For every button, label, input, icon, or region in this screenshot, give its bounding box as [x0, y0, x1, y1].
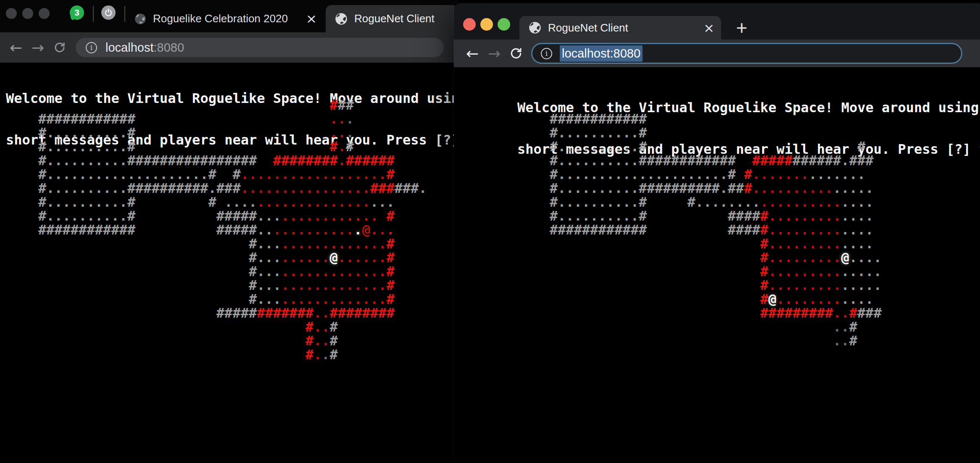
reload-button[interactable]: [505, 42, 527, 64]
forward-button[interactable]: →: [483, 42, 505, 64]
back-button[interactable]: ←: [461, 42, 483, 64]
address-bar[interactable]: i localhost:8080: [76, 38, 444, 57]
tab-separator: [124, 6, 125, 22]
site-info-icon[interactable]: i: [541, 48, 552, 59]
url-host: localhost: [105, 41, 153, 54]
minimize-window-icon[interactable]: [22, 8, 33, 19]
url-port: :8080: [153, 41, 184, 54]
right-page-content: Welcome to the Virtual Roguelike Space! …: [454, 67, 980, 463]
url-selected-text: localhost:8080: [560, 45, 643, 62]
tab-separator: [93, 6, 94, 22]
minimize-window-icon[interactable]: [480, 18, 493, 31]
left-browser-window: 3 Roguelike Celebration 2020 ×: [0, 0, 458, 463]
close-window-icon[interactable]: [6, 8, 17, 19]
left-tab-strip: 3 Roguelike Celebration 2020 ×: [0, 0, 458, 32]
ascii-dungeon-map-left: ############### ...#..........# ...#....…: [38, 98, 427, 362]
right-toolbar: ← → i localhost:8080: [454, 39, 980, 67]
right-traffic-lights: [463, 18, 510, 31]
left-traffic-lights: [6, 8, 50, 19]
reload-icon: [53, 41, 66, 54]
ascii-dungeon-map-right: #############..........##..........# ##.…: [550, 112, 882, 348]
tab-roguenet-client-left[interactable]: RogueNet Client: [326, 5, 458, 32]
pinned-tab-messages[interactable]: 3: [70, 5, 84, 20]
close-tab-icon[interactable]: ×: [703, 21, 721, 34]
tab-title: RogueNet Client: [548, 21, 628, 34]
zoom-window-icon[interactable]: [39, 8, 50, 19]
tab-title: RogueNet Client: [354, 12, 435, 25]
right-browser-window: RogueNet Client × + ← → i localhost:8080…: [454, 3, 980, 463]
badge-count: 3: [74, 8, 79, 18]
globe-icon: [335, 13, 348, 25]
url-text: localhost:8080: [105, 41, 184, 55]
globe-icon: [134, 13, 146, 25]
power-icon: [104, 8, 113, 17]
address-bar-focused[interactable]: i localhost:8080: [531, 43, 962, 64]
zoom-window-icon[interactable]: [498, 18, 510, 31]
back-button[interactable]: ←: [5, 37, 27, 58]
left-toolbar: ← → i localhost:8080: [0, 32, 458, 63]
right-tab-strip: RogueNet Client × +: [454, 3, 980, 39]
pinned-tab-power[interactable]: [101, 5, 116, 20]
reload-button[interactable]: [49, 37, 71, 58]
close-window-icon[interactable]: [463, 18, 476, 31]
left-page-content: Welcome to the Virtual Roguelike Space! …: [0, 63, 458, 463]
tab-roguenet-client-right[interactable]: RogueNet Client ×: [519, 16, 721, 39]
reload-icon: [509, 47, 523, 60]
tab-title: Roguelike Celebration 2020: [153, 12, 288, 25]
close-tab-icon[interactable]: ×: [306, 12, 324, 25]
globe-icon: [529, 21, 541, 34]
tab-roguelike-celebration[interactable]: Roguelike Celebration 2020 ×: [129, 5, 324, 32]
site-info-icon[interactable]: i: [86, 42, 97, 53]
forward-button[interactable]: →: [27, 37, 49, 58]
new-tab-button[interactable]: +: [729, 16, 754, 39]
